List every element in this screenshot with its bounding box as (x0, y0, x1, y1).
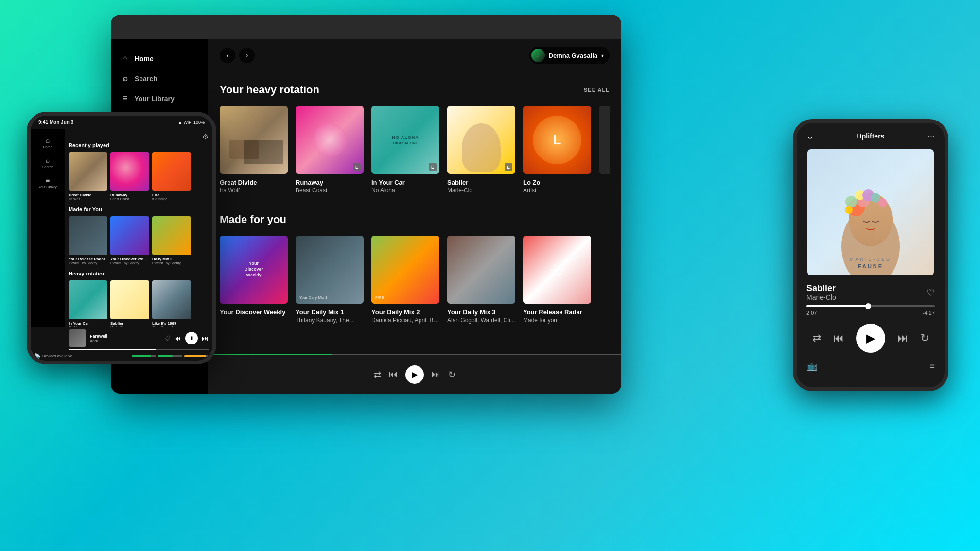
card-subtitle-great-divide: Ira Wolf (220, 187, 288, 194)
np-current-time: 2:07 (806, 310, 817, 316)
main-header: ‹ › ♪ Demna Gvasalia ▾ (208, 39, 621, 72)
phone-card-img-sablier (110, 280, 149, 319)
np-header: ⌄ Uplifters ··· (797, 123, 945, 145)
sidebar-item-library[interactable]: ≡ Your Library (111, 88, 208, 108)
card-art-sablier: E (447, 106, 515, 174)
play-pause-button[interactable]: ▶ (405, 365, 424, 384)
back-button[interactable]: ‹ (220, 48, 235, 63)
np-cast-icon[interactable]: 📺 (806, 361, 817, 371)
card-runaway[interactable]: E Runaway Beast Coast (296, 106, 364, 194)
playlist-progress-bars (132, 355, 209, 357)
prev-button[interactable]: ⏮ (389, 369, 398, 379)
card-great-divide[interactable]: Great Divide Ira Wolf (220, 106, 288, 194)
phone-card-fire[interactable]: Fire Kid Indigo (152, 152, 191, 201)
user-name: Demna Gvasalia (549, 52, 597, 59)
phone-card-sub-great-divide: Ira Wolf (69, 197, 107, 201)
phone-time: 9:41 Mon Jun 3 (38, 120, 73, 125)
card-subtitle-daily-2: Daniela Picciau, April, Be... (371, 317, 439, 324)
np-next-icon[interactable]: ⏭ (897, 332, 908, 344)
card-in-your-car[interactable]: NO ALOHA OKAY ALONE E In Your Car No Alo… (371, 106, 439, 194)
explicit-badge-car: E (429, 163, 437, 171)
card-subtitle-daily-1: Thifany Kauany, The... (296, 317, 364, 324)
now-playing-phone: ⌄ Uplifters ··· (793, 119, 948, 391)
card-daily-mix-3[interactable]: Your Daily Mix 3 Alan Gogoll, Wardell, C… (447, 236, 515, 324)
phone-card-runaway[interactable]: Runaway Beast Coast (110, 152, 149, 201)
svg-text:MARIE-CLO: MARIE-CLO (850, 257, 892, 262)
phone-nav-home[interactable]: ⌂ Home (31, 133, 65, 153)
phone-player-info: Farewell April (90, 334, 160, 343)
phone-playback-bar[interactable] (69, 349, 209, 350)
bar3 (184, 355, 209, 357)
card-art-daily-mix-3 (447, 236, 515, 304)
home-icon: ⌂ (122, 53, 128, 64)
repeat-button[interactable]: ↻ (448, 369, 455, 380)
card-partial[interactable] (599, 106, 610, 194)
np-artist: Marie-Clo (806, 293, 836, 301)
np-album-art: FAUNE MARIE-CLO (807, 149, 934, 276)
card-release-radar[interactable]: YourReleaseRadar Your Release Radar Made… (523, 236, 591, 324)
explicit-badge-sablier: E (505, 163, 512, 171)
made-for-you-phone-title: Made for You (69, 207, 209, 212)
made-for-you-cards: YourDiscoverWeekly Your Discover Weekly … (220, 236, 610, 324)
phone-sidebar: ⌂ Home ⌕ Search ≡ Your Library (31, 129, 65, 360)
devices-area[interactable]: 📡 Devices available (35, 353, 72, 359)
card-daily-mix-2[interactable]: FIRE Your Daily Mix 2 Daniela Picciau, A… (371, 236, 439, 324)
np-more-icon[interactable]: ··· (928, 131, 935, 141)
phone-next-btn[interactable]: ⏭ (202, 334, 209, 342)
card-art-runaway: E (296, 106, 364, 174)
phone-card-sablier-small[interactable]: Sablier Marie-Clo (110, 280, 149, 329)
forward-button[interactable]: › (239, 48, 255, 63)
phone-card-lights[interactable]: Like It's 1965 Gene Evaro Jr. (152, 280, 191, 329)
card-discover-weekly[interactable]: YourDiscoverWeekly Your Discover Weekly (220, 236, 288, 324)
phone-search-icon: ⌕ (46, 156, 50, 164)
card-daily-mix-1[interactable]: Your Daily Mix 1 Your Daily Mix 1 Thifan… (296, 236, 364, 324)
phone-card-sub-runaway: Beast Coast (110, 197, 149, 201)
settings-icon[interactable]: ⚙ (202, 133, 209, 140)
svg-text:FAUNE: FAUNE (858, 263, 883, 269)
card-art-discover-weekly: YourDiscoverWeekly (220, 236, 288, 304)
phone-card-discover-weekly[interactable]: Your Discover Weekly Playlist · by Spoti… (110, 216, 149, 265)
np-heart-icon[interactable]: ♡ (926, 287, 935, 298)
phone-heart-icon[interactable]: ♡ (164, 334, 171, 342)
np-play-button[interactable]: ▶ (856, 324, 885, 353)
user-menu[interactable]: ♪ Demna Gvasalia ▾ (529, 47, 610, 64)
np-shuffle-icon[interactable]: ⇄ (812, 332, 821, 344)
phone-nav-search[interactable]: ⌕ Search (31, 153, 65, 172)
phone-card-in-your-car[interactable]: In Your Car No Aloha (69, 280, 107, 329)
np-progress-bar[interactable] (806, 305, 935, 307)
card-art-release-radar: YourReleaseRadar (523, 236, 591, 304)
phone-card-img-runaway (110, 152, 149, 191)
np-queue-icon[interactable]: ≡ (929, 361, 935, 371)
np-controls: ⇄ ⏮ ▶ ⏭ ↻ (797, 316, 945, 361)
phone-card-release-radar[interactable]: Your Release Radar Playlist · by Spotify (69, 216, 107, 265)
phone-card-sub-discover: Playlist · by Spotify (110, 261, 149, 265)
player-controls: ⇄ ⏮ ▶ ⏭ ↻ (374, 365, 455, 384)
player-bar: ⇄ ⏮ ▶ ⏭ ↻ (208, 355, 621, 394)
phone-settings: ⚙ (69, 133, 209, 140)
phone-card-title-release: Your Release Radar (69, 257, 107, 261)
phone-nav-library[interactable]: ≡ Your Library (31, 172, 65, 192)
np-prev-icon[interactable]: ⏮ (833, 332, 844, 344)
np-repeat-icon[interactable]: ↻ (920, 332, 929, 344)
made-for-you-title: Made for you (220, 213, 286, 226)
card-lo-zo[interactable]: L Lo Zo Artist (523, 106, 591, 194)
shuffle-button[interactable]: ⇄ (374, 369, 381, 380)
mobile-phone: 9:41 Mon Jun 3 ▲ WiFi 100% ⌂ Home ⌕ Sear… (27, 112, 216, 364)
phone-card-img-car (69, 280, 107, 319)
phone-status-icons: ▲ WiFi 100% (178, 120, 205, 125)
recently-played-title: Recently played (69, 142, 209, 148)
phone-main: ⚙ Recently played Great Divide Ira Wolf … (65, 129, 212, 360)
see-all-heavy-rotation[interactable]: SEE ALL (584, 87, 610, 93)
phone-card-great-divide[interactable]: Great Divide Ira Wolf (69, 152, 107, 201)
phone-play-pause[interactable]: ⏸ (185, 332, 198, 344)
made-for-you-section: Made for you YourDiscoverWeekly Your Dis… (208, 202, 621, 327)
next-button[interactable]: ⏭ (432, 369, 440, 379)
phone-prev-btn[interactable]: ⏮ (175, 334, 181, 342)
sidebar-item-home[interactable]: ⌂ Home (111, 49, 208, 69)
sidebar-item-search[interactable]: ⌕ Search (111, 69, 208, 88)
card-sablier[interactable]: E Sablier Marie-Clo (447, 106, 515, 194)
phone-player-artist: April (90, 339, 160, 343)
np-chevron-icon[interactable]: ⌄ (806, 131, 814, 141)
album-art-svg: FAUNE MARIE-CLO (807, 149, 934, 276)
phone-card-daily-mix-2[interactable]: Daily Mix 2 Playlist · by Spotify (152, 216, 191, 265)
